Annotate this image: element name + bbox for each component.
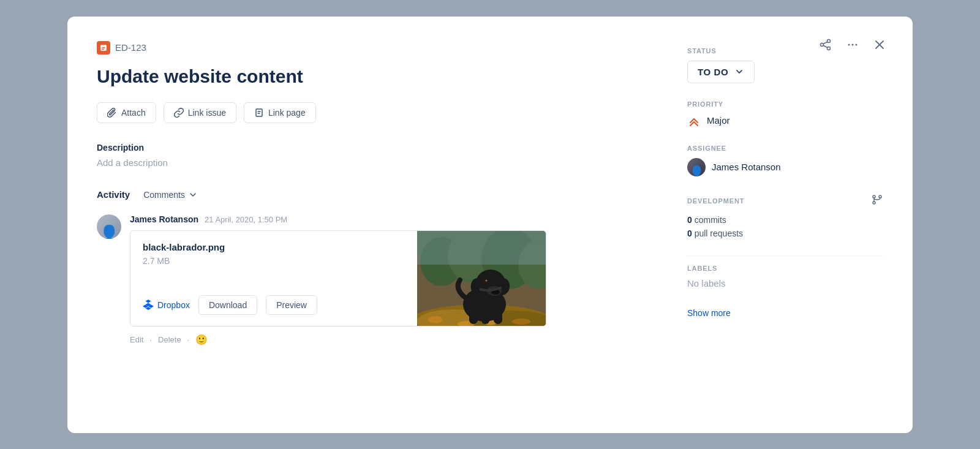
comments-dropdown[interactable]: Comments <box>138 187 202 202</box>
svg-point-33 <box>827 47 831 50</box>
download-button[interactable]: Download <box>198 295 257 315</box>
development-section-label: DEVELOPMENT <box>687 197 744 205</box>
more-options-icon <box>846 39 859 51</box>
svg-point-12 <box>428 316 443 323</box>
chevron-down-icon <box>189 191 197 199</box>
modal-actions <box>817 36 888 53</box>
svg-point-24 <box>486 279 488 281</box>
commenter-name: James Rotanson <box>130 214 198 224</box>
svg-rect-1 <box>256 109 262 116</box>
attachment-filename: black-labrador.png <box>143 242 405 252</box>
comment-body: James Rotanson 21 April, 2020, 1:50 PM b… <box>130 214 650 345</box>
git-branch-icon <box>871 194 883 206</box>
description-label: Description <box>97 143 650 153</box>
development-section: DEVELOPMENT 0 commits 0 pull requests <box>687 194 883 238</box>
development-header: DEVELOPMENT <box>687 194 883 209</box>
activity-header: Activity Comments <box>97 187 650 202</box>
avatar: 👤 <box>97 214 121 239</box>
delete-link[interactable]: Delete <box>158 335 181 344</box>
dropbox-link[interactable]: Dropbox <box>143 300 190 311</box>
priority-section-label: PRIORITY <box>687 100 883 108</box>
share-icon <box>820 39 832 51</box>
react-button[interactable]: 🙂 <box>195 334 208 345</box>
priority-row: Major <box>687 114 883 127</box>
comment-entry: 👤 James Rotanson 21 April, 2020, 1:50 PM… <box>97 214 650 345</box>
major-priority-icon <box>687 114 701 127</box>
main-content: ED-123 Update website content Attach Lin… <box>97 41 687 409</box>
attachment-info: black-labrador.png 2.7 MB <box>130 231 417 326</box>
status-button[interactable]: TO DO <box>687 61 755 83</box>
activity-label: Activity <box>97 189 130 200</box>
chevron-down-icon <box>734 67 744 77</box>
labels-value: No labels <box>687 278 883 289</box>
modal-header-bar: ED-123 <box>97 41 650 55</box>
assignee-avatar: 👤 <box>687 158 706 176</box>
edit-link[interactable]: Edit <box>130 335 143 344</box>
svg-point-35 <box>852 43 854 45</box>
svg-rect-27 <box>494 311 502 324</box>
svg-point-36 <box>856 43 858 45</box>
dropbox-icon <box>143 300 154 311</box>
assignee-name: James Rotanson <box>712 162 781 172</box>
show-more-link[interactable]: Show more <box>687 306 883 319</box>
description-section: Description Add a description <box>97 143 650 168</box>
priority-section: PRIORITY Major <box>687 100 883 127</box>
labels-section-label: LABELS <box>687 265 883 272</box>
commits-row: 0 commits <box>687 215 883 225</box>
attachment-size: 2.7 MB <box>143 256 405 266</box>
issue-type-icon <box>97 41 110 55</box>
link-icon <box>174 108 184 118</box>
preview-button[interactable]: Preview <box>266 295 317 315</box>
comment-meta: James Rotanson 21 April, 2020, 1:50 PM <box>130 214 650 224</box>
paperclip-icon <box>107 108 117 118</box>
share-button[interactable] <box>817 36 834 53</box>
page-title: Update website content <box>97 66 650 88</box>
assignee-section: ASSIGNEE 👤 James Rotanson <box>687 145 883 176</box>
issue-id-badge: ED-123 <box>97 41 146 55</box>
attachment-actions: Dropbox Download Preview <box>143 295 405 315</box>
close-button[interactable] <box>871 36 888 53</box>
link-issue-button[interactable]: Link issue <box>164 102 236 123</box>
pull-requests-row: 0 pull requests <box>687 228 883 238</box>
close-icon <box>873 39 886 51</box>
attach-button[interactable]: Attach <box>97 102 156 123</box>
branch-icon[interactable] <box>871 194 883 209</box>
more-options-button[interactable] <box>844 36 861 53</box>
svg-rect-8 <box>417 231 546 265</box>
divider <box>687 255 883 257</box>
svg-point-14 <box>512 319 530 325</box>
comment-timestamp: 21 April, 2020, 1:50 PM <box>205 215 287 224</box>
svg-rect-25 <box>469 311 478 324</box>
svg-point-34 <box>848 43 850 45</box>
description-placeholder[interactable]: Add a description <box>97 157 650 168</box>
sidebar: STATUS TO DO PRIORITY Major <box>687 41 883 409</box>
issue-id-text: ED-123 <box>115 42 146 53</box>
svg-rect-26 <box>481 312 489 324</box>
labels-section: LABELS No labels <box>687 255 883 289</box>
priority-icon <box>687 114 701 127</box>
svg-point-31 <box>827 39 831 42</box>
issue-modal: ED-123 Update website content Attach Lin… <box>67 17 913 433</box>
attachment-card: black-labrador.png 2.7 MB <box>130 230 546 326</box>
dog-image <box>417 231 546 326</box>
svg-point-32 <box>821 43 824 46</box>
comment-footer: Edit · Delete · 🙂 <box>130 334 650 345</box>
link-page-button[interactable]: Link page <box>244 102 316 123</box>
toolbar: Attach Link issue Link page <box>97 102 650 123</box>
assignee-section-label: ASSIGNEE <box>687 145 883 152</box>
assignee-row: 👤 James Rotanson <box>687 158 883 176</box>
page-icon <box>254 108 264 118</box>
priority-label: Major <box>707 115 730 126</box>
attachment-image <box>417 231 546 326</box>
